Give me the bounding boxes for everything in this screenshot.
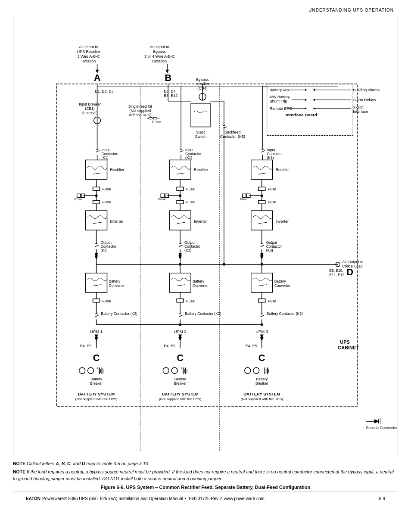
ac-input-bypass-label: AC Input to [150,45,169,49]
ac-output-label: AC Output to [342,260,363,264]
input-breaker-label: Input Breaker [79,102,101,106]
svg-text:Fuse: Fuse [152,120,161,124]
svg-text:3 Wire A-B-C: 3 Wire A-B-C [77,54,100,59]
svg-text:Converter: Converter [274,283,290,288]
bat-breaker-1-label: Battery [90,377,103,381]
inverter-3-label: Inverter [276,219,289,224]
footer-page: 6-9 [379,496,385,501]
svg-text:(K1): (K1) [102,156,109,160]
svg-text:Rotation: Rotation [81,59,96,63]
svg-text:Breaker: Breaker [255,381,268,386]
fuse-v2: Fuse [186,200,195,204]
svg-point-221 [223,263,225,266]
footer-separator: • [185,496,187,501]
xslot-label: X-Slot [353,105,364,109]
svg-text:CABINET: CABINET [338,345,359,350]
label-c3: C [258,352,265,363]
alarm-relays-label: Alarm Relays [353,98,376,102]
e4e5-1-label: E4. E5 [80,344,92,348]
rectifier-3-label: Rectifier [276,168,290,172]
fuse-bat3: Fuse [268,299,277,303]
label-d: D [346,267,353,277]
svg-text:Interface: Interface [353,109,368,114]
svg-text:+: + [180,366,183,370]
e6e7e8e12-label: E6, E7, [164,89,176,93]
svg-text:(K3): (K3) [266,248,273,252]
bypass-breaker-label: Bypass [196,78,209,82]
rectifier-2-label: Rectifier [194,168,208,172]
inverter-2-label: Inverter [194,219,207,224]
inverter-1-label: Inverter [110,219,123,224]
svg-point-233 [179,324,181,326]
battery-converter-2-label: Battery [193,279,205,283]
bat-breaker-3-label: Battery [256,377,268,381]
battery-converter-1-label: Battery [109,279,121,283]
header-title: UNDERSTANDING UPS OPERATION [308,8,394,12]
bat-contactor-k2-2: Battery Contactor (K2) [185,311,221,316]
page-footer: EATON Powerware® 9395 UPS (650–825 kVA) … [13,492,398,505]
svg-text:UPS Rectifier: UPS Rectifier [77,50,100,54]
service-connector-label: Service Connector [366,426,398,430]
svg-text:Switch: Switch [195,134,206,139]
svg-text:3 or 4 Wire A-B-C: 3 or 4 Wire A-B-C [144,54,175,59]
fuse-h3: Fuse [240,197,248,201]
bat-contactor-k2-3: Battery Contactor (K2) [267,311,303,316]
battery-system-3: BATTERY SYSTEM [243,392,280,396]
upm1-label: UPM 1 [90,329,103,334]
fuse-bat2: Fuse [186,299,195,303]
backfeed-label: Backfeed [224,130,240,134]
label-c1: C [93,352,100,363]
note2-text: If the load requires a neutral, a bypass… [13,469,394,481]
svg-text:(CB1): (CB1) [85,106,95,111]
rectifier-1-label: Rectifier [110,168,124,172]
footer-docnum: 164201725 Rev 2 [188,496,222,501]
fuse-h2: Fuse [158,197,166,201]
static-switch-label: Static [196,130,206,134]
note1-bold: NOTE [13,461,25,466]
not-supplied-2: (Not supplied with the UPS) [159,397,201,401]
note1-line: NOTE Callout letters A, B, C, and D map … [13,460,398,467]
svg-text:+: + [262,366,265,370]
e1e2e3-label: E1, E2, E3 [95,89,114,93]
upm3-label: UPM 3 [255,329,268,334]
note2-bold: NOTE [13,469,25,474]
interface-board-label: Interface Board [286,112,317,117]
not-supplied-1: (Not supplied with the UPS) [75,397,118,401]
svg-text:Converter: Converter [193,283,209,288]
note1-text: Callout letters A, B, C, and D map to Ta… [27,461,149,466]
diagram-container: AC Input to UPS Rectifier 3 Wire A-B-C R… [13,17,398,456]
fuse-h1: Fuse [75,197,82,201]
note2-line: NOTE If the load requires a neutral, a b… [13,469,398,482]
label-a: A [94,72,101,83]
svg-point-32 [305,99,306,101]
ups-cabinet-label: UPS [340,339,350,345]
footer-brand: EATON [26,496,40,501]
svg-point-36 [305,108,306,109]
fuse-v3: Fuse [268,200,277,204]
ac-input-rectifier-label: AC Input to [79,45,98,49]
svg-point-234 [261,324,263,326]
e9e10e11e12-label: E9, E10, [329,268,343,273]
svg-text:Rotation: Rotation [153,59,167,63]
fuse-v1: Fuse [103,200,111,204]
diagram-svg: AC Input to UPS Rectifier 3 Wire A-B-C R… [13,17,398,456]
fuse-r1: Fuse [103,187,111,191]
battery-system-2: BATTERY SYSTEM [162,392,199,396]
svg-text:Bypass: Bypass [153,50,166,54]
figure-caption: Figure 6-6. UPS System – Common Rectifie… [13,485,398,490]
e4e5-2-label: E4. E5 [164,344,175,348]
footer-product: Powerware® 9395 UPS (650–825 kVA) Instal… [42,496,183,501]
battery-aux-label: Battery Aux [270,88,290,92]
caption-area: NOTE Callout letters A, B, C, and D map … [13,460,398,490]
fuse-bat1: Fuse [103,299,111,303]
svg-text:Shunt Trip: Shunt Trip [270,99,287,103]
footer-website: www.powerware.com [224,496,264,501]
svg-text:(K3): (K3) [184,248,191,252]
svg-text:Converter: Converter [109,283,125,288]
svg-text:Breaker: Breaker [174,381,187,386]
bat-contactor-k2-1: Battery Contactor (K2) [101,311,137,316]
svg-text:E8, E12: E8, E12 [164,93,177,98]
svg-text:(K3): (K3) [101,248,108,252]
battery-48v-label: 48V Battery [270,95,290,99]
bat-breaker-2-label: Battery [174,377,187,381]
